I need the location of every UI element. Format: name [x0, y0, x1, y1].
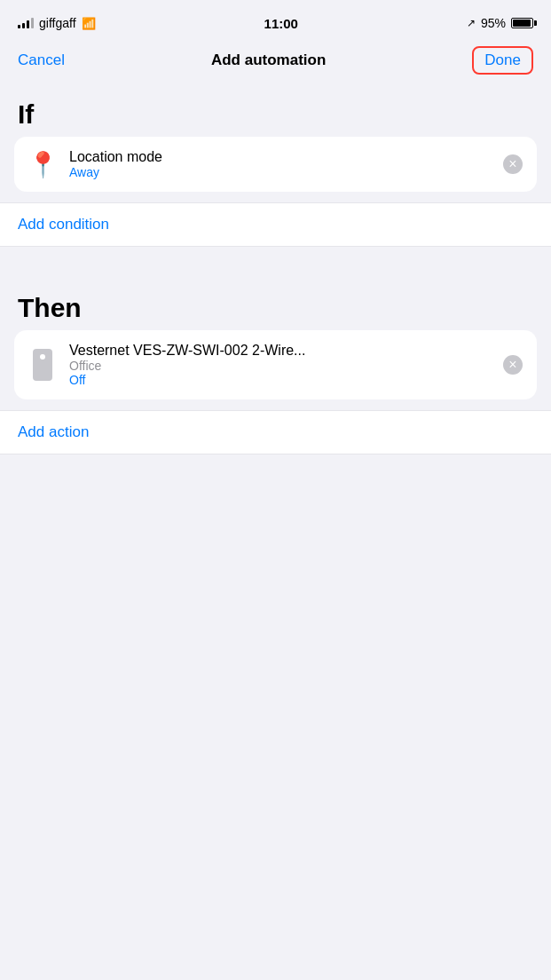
cancel-button[interactable]: Cancel — [18, 51, 65, 69]
done-button[interactable]: Done — [472, 46, 533, 75]
location-pin-icon: 📍 — [28, 150, 57, 178]
if-card-container: 📍 Location mode Away — [0, 137, 551, 202]
location-arrow-icon: ↗ — [467, 17, 476, 29]
carrier-label: giffgaff — [39, 16, 76, 30]
action-title: Vesternet VES-ZW-SWI-002 2-Wire... — [69, 343, 305, 359]
add-action-row[interactable]: Add action — [0, 410, 551, 454]
battery-percent: 95% — [481, 16, 506, 30]
status-bar: giffgaff 📶 11:00 ↗ 95% — [0, 0, 551, 39]
action-state: Off — [69, 373, 305, 387]
status-right: ↗ 95% — [467, 16, 533, 30]
bottom-area — [0, 454, 551, 765]
condition-title: Location mode — [69, 149, 162, 165]
location-condition-card[interactable]: 📍 Location mode Away — [14, 137, 537, 192]
action-text: Vesternet VES-ZW-SWI-002 2-Wire... Offic… — [69, 343, 305, 387]
then-section-header: Then — [0, 279, 551, 330]
status-left: giffgaff 📶 — [18, 16, 96, 30]
signal-icon — [18, 18, 34, 28]
page-title: Add automation — [211, 51, 326, 69]
wifi-icon: 📶 — [82, 17, 96, 30]
add-condition-label[interactable]: Add condition — [18, 216, 109, 233]
device-action-card[interactable]: Vesternet VES-ZW-SWI-002 2-Wire... Offic… — [14, 330, 537, 399]
condition-subtitle: Away — [69, 165, 162, 179]
add-condition-row[interactable]: Add condition — [0, 202, 551, 247]
nav-bar: Cancel Add automation Done — [0, 39, 551, 85]
remove-condition-button[interactable] — [503, 154, 523, 174]
condition-text: Location mode Away — [69, 149, 162, 179]
if-title: If — [18, 99, 34, 129]
card-left: 📍 Location mode Away — [28, 149, 162, 179]
battery-icon — [511, 18, 533, 28]
if-section-header: If — [0, 85, 551, 137]
remove-action-button[interactable] — [503, 355, 523, 375]
then-title: Then — [18, 293, 82, 322]
add-action-label[interactable]: Add action — [18, 423, 89, 440]
card-left: Vesternet VES-ZW-SWI-002 2-Wire... Offic… — [28, 343, 305, 387]
status-time: 11:00 — [264, 16, 298, 31]
device-icon — [28, 347, 57, 383]
then-card-container: Vesternet VES-ZW-SWI-002 2-Wire... Offic… — [0, 330, 551, 410]
section-separator — [0, 247, 551, 279]
action-location: Office — [69, 359, 305, 373]
